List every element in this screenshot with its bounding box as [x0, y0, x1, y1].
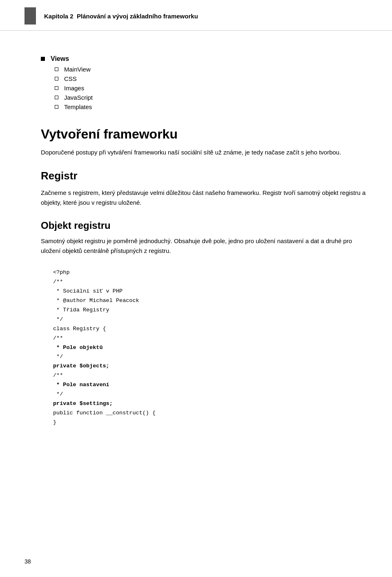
- bullet-main-item: Views: [41, 55, 368, 63]
- code-line: */: [53, 390, 368, 399]
- code-line: * Třída Registry: [53, 306, 368, 315]
- code-line: * Sociální síť v PHP: [53, 287, 368, 296]
- code-line: class Registry {: [53, 324, 368, 334]
- code-line: /**: [53, 371, 368, 380]
- code-line: * @author Michael Peacock: [53, 296, 368, 306]
- code-line: }: [53, 418, 368, 427]
- vytvoreni-heading: Vytvoření frameworku: [41, 127, 368, 142]
- empty-bullet-icon: [55, 67, 58, 71]
- empty-bullet-icon: [55, 86, 58, 90]
- code-line: /**: [53, 334, 368, 343]
- code-line: private $settings;: [53, 399, 368, 409]
- list-item: JavaScript: [55, 94, 368, 101]
- code-line: <?php: [53, 268, 368, 277]
- filled-bullet-icon: [41, 57, 45, 61]
- header-accent: [24, 7, 36, 25]
- registr-text1: Začneme s registrem, který představuje v…: [41, 189, 261, 196]
- sub-item-label: Templates: [64, 103, 92, 110]
- code-line: * Pole objektů: [53, 343, 368, 353]
- bullet-list: Views MainView CSS Images JavaScript: [41, 55, 368, 110]
- chapter-label: Kapitola 2: [44, 13, 74, 20]
- code-line: public function __construct() {: [53, 409, 368, 418]
- empty-bullet-icon: [55, 105, 58, 109]
- registr-paragraph: Začneme s registrem, který představuje v…: [41, 188, 368, 208]
- list-item: CSS: [55, 75, 368, 82]
- list-item: Images: [55, 85, 368, 92]
- empty-bullet-icon: [55, 96, 58, 99]
- registr-section: Registr Začneme s registrem, který předs…: [41, 170, 368, 208]
- page: Kapitola 2 Plánování a vývoj základního …: [0, 0, 392, 577]
- objekt-paragraph: Samotný objekt registru je poměrně jedno…: [41, 236, 368, 256]
- list-item: MainView: [55, 66, 368, 73]
- bullet-sub-list: MainView CSS Images JavaScript Templates: [55, 66, 368, 110]
- code-block: <?php/** * Sociální síť v PHP * @author …: [41, 268, 368, 427]
- bullet-main-label: Views: [51, 55, 69, 63]
- chapter-title: Plánování a vývoj základního frameworku: [77, 13, 198, 20]
- header: Kapitola 2 Plánování a vývoj základního …: [0, 0, 392, 31]
- registr-heading: Registr: [41, 170, 368, 182]
- vytvoreni-paragraph: Doporučené postupy při vytváření framewo…: [41, 148, 368, 157]
- empty-bullet-icon: [55, 77, 58, 81]
- list-item: Templates: [55, 103, 368, 110]
- objekt-section: Objekt registru Samotný objekt registru …: [41, 220, 368, 256]
- code-line: private $objects;: [53, 362, 368, 371]
- page-number: 38: [24, 558, 31, 565]
- code-line: */: [53, 352, 368, 362]
- objekt-text1: Samotný objekt registru je poměrně jedno…: [41, 237, 172, 244]
- code-line: */: [53, 315, 368, 324]
- code-line: /**: [53, 277, 368, 287]
- header-title: Kapitola 2 Plánování a vývoj základního …: [44, 13, 198, 20]
- sub-item-label: MainView: [64, 66, 91, 73]
- sub-item-label: Images: [64, 85, 84, 92]
- code-line: * Pole nastavení: [53, 380, 368, 390]
- sub-item-label: JavaScript: [64, 94, 93, 101]
- objekt-heading: Objekt registru: [41, 220, 368, 231]
- sub-item-label: CSS: [64, 75, 77, 82]
- main-content: Views MainView CSS Images JavaScript: [0, 31, 392, 460]
- vytvoreni-section: Vytvoření frameworku Doporučené postupy …: [41, 127, 368, 157]
